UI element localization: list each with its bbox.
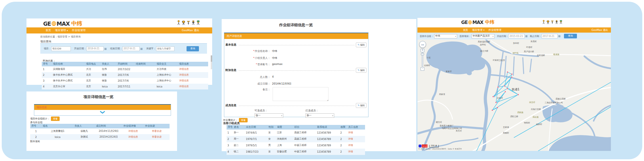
remarks-textarea[interactable] xyxy=(273,87,328,101)
view-stats-button[interactable]: 查看 xyxy=(51,117,60,121)
detail-link[interactable]: 详细信息 xyxy=(128,130,138,132)
map-label: 姚家村 xyxy=(536,123,542,126)
nav-home-label: 首页 xyxy=(45,29,51,32)
table-cell: 1 xyxy=(227,130,233,136)
table-cell: 周一 xyxy=(233,136,245,142)
scrollbar[interactable] xyxy=(211,55,212,69)
keyword-input[interactable] xyxy=(156,46,174,51)
start-date-input[interactable] xyxy=(86,46,104,51)
workgroup-select[interactable]: 中纬▾ xyxy=(434,34,457,38)
table-cell: 河南郑州 xyxy=(276,136,293,142)
detail-link[interactable]: 查看轨迹 xyxy=(152,135,162,138)
table-cell: 详细信息 xyxy=(122,134,144,140)
edit-extra-button[interactable]: ✎编辑 xyxy=(356,68,366,73)
edit-basic-button[interactable]: ✎编辑 xyxy=(356,42,366,47)
chevron-down-icon xyxy=(100,111,105,114)
search-button[interactable]: 查询 xyxy=(564,34,577,38)
calendar-icon[interactable]: ▦ xyxy=(525,35,528,38)
table-cell: 中级工程师 xyxy=(293,149,316,155)
column-header: 负责人 xyxy=(101,62,117,66)
nav-user-logout[interactable]: GeoMax 退出 xyxy=(592,28,608,32)
nav-home[interactable]: 首页 xyxy=(45,29,51,32)
divider xyxy=(239,70,355,71)
table-cell xyxy=(135,84,155,89)
map-zoom-control[interactable]: + - xyxy=(421,49,424,71)
baidu-map-canvas[interactable]: 轨迹1 ◄ ► + - 百度地图 200 米 © 2017 Baidu - 29… xyxy=(417,40,611,151)
members-info-title: 成员信息 xyxy=(225,104,238,107)
table-cell: 1981/7/23 xyxy=(245,149,267,155)
field-label: 备注： xyxy=(263,88,270,91)
detail-link[interactable]: 详细信息 xyxy=(179,73,189,76)
nav-home[interactable]: 首页 xyxy=(463,28,468,32)
table-cell: 徐放 xyxy=(101,78,117,84)
start-date-label: 开始日期： xyxy=(497,35,508,38)
table-cell: 详细信息 xyxy=(178,84,208,89)
map-attribution: © 2017 Baidu - 29(2016)2389号 - Data © 长地… xyxy=(418,148,462,150)
project-name-input[interactable] xyxy=(51,46,71,51)
chevron-down-icon: ▾ xyxy=(281,115,282,117)
detail-link[interactable]: 查看轨迹 xyxy=(152,130,162,132)
selected-members-select[interactable]: 孙一▾ xyxy=(305,113,334,118)
nav-project-management[interactable]: 项目管理▼ xyxy=(55,29,68,32)
view-workload-button[interactable]: 查看 xyxy=(239,118,248,122)
field-founding-date: 成立日期：2014年12月9日 xyxy=(230,82,291,86)
table-row: 4北京办公室北京leica2017/7/11leica详细信息 xyxy=(42,84,208,89)
nav-project-management[interactable]: 项目管理▼ xyxy=(472,28,485,32)
gnss-rover-icon xyxy=(187,20,190,25)
map-label: 四联路 xyxy=(517,111,523,114)
table-cell: 详细信息 xyxy=(178,78,208,84)
detail-link[interactable]: 详情 xyxy=(348,137,353,140)
gnss-rover-icon xyxy=(551,20,554,24)
zoom-in-button[interactable]: + xyxy=(421,49,424,52)
available-members-label: 可选成员： xyxy=(254,109,267,112)
basic-info-section: 基本信息 ✎编辑 xyxy=(225,42,366,47)
column-header: 项目业主 xyxy=(155,62,178,66)
table-cell: 3 xyxy=(42,78,52,84)
nav-user-logout[interactable]: GeoMax 退出 xyxy=(182,29,199,32)
detail-link[interactable]: 详细信息 xyxy=(179,68,189,70)
table-cell: 女 xyxy=(267,130,276,136)
map-label: 叶蒋村卫生室 xyxy=(493,59,505,62)
search-button[interactable]: 查询 xyxy=(187,46,199,51)
baidu-logo-text: 百度地图 xyxy=(422,145,428,147)
detail-link[interactable]: 详细信息 xyxy=(179,79,189,82)
column-header: 负责人 xyxy=(73,124,95,128)
table-cell: leica xyxy=(42,134,73,140)
end-date-input[interactable] xyxy=(542,34,558,38)
detail-link[interactable]: 详细信息 xyxy=(128,135,138,138)
start-date-input[interactable] xyxy=(508,34,525,38)
end-date-input[interactable] xyxy=(122,46,140,51)
table-cell: 1976/7/1 xyxy=(245,136,267,142)
instrument-icons xyxy=(177,20,200,25)
map-scale: 200 米 xyxy=(429,145,439,147)
calendar-icon[interactable]: ▦ xyxy=(558,35,561,38)
map-label: 水家圩 xyxy=(497,97,503,100)
table-row: 3徕卡技术中心测试北京徐放2017/7/6上海技术中心详细信息 xyxy=(42,78,208,84)
calendar-icon[interactable]: ▦ xyxy=(140,47,143,50)
field-label: 成立日期： xyxy=(257,82,270,85)
nav-workgroup-management[interactable]: 作业组管理 xyxy=(72,29,86,32)
expand-section[interactable] xyxy=(34,110,171,115)
project-select[interactable]: 中纬新产品演示▾ xyxy=(472,34,495,38)
table-cell: 2017/7/6 xyxy=(117,72,135,78)
table-cell: 北京办公室 xyxy=(52,84,85,89)
attachment-label: 附件资料 xyxy=(30,140,40,143)
available-members-select[interactable]: 张一▾ xyxy=(254,113,283,118)
edit-members-button[interactable]: ✎编辑 xyxy=(356,103,366,108)
zoom-slider-thumb[interactable] xyxy=(421,53,424,55)
nav-workgroup-label: 作业组管理 xyxy=(489,28,501,32)
column-header: 组名 xyxy=(42,124,73,128)
map-pan-control[interactable]: ◄ ► xyxy=(419,41,426,48)
detail-link[interactable]: 详情 xyxy=(348,144,353,147)
table-cell: 高级工程师 xyxy=(293,130,316,136)
calendar-icon[interactable]: ▦ xyxy=(104,47,107,50)
table-cell: 1 xyxy=(30,128,42,134)
gnss-base-icon xyxy=(542,20,545,24)
table-cell xyxy=(135,78,155,84)
detail-link[interactable]: 详细信息 xyxy=(179,85,189,88)
detail-link[interactable]: 详情 xyxy=(348,150,353,153)
detail-link[interactable]: 详情 xyxy=(348,131,353,134)
zoom-out-button[interactable]: - xyxy=(421,67,424,71)
nav-workgroup-management[interactable]: 作业组管理 xyxy=(489,28,501,32)
table-cell: 123456789 xyxy=(316,142,339,149)
